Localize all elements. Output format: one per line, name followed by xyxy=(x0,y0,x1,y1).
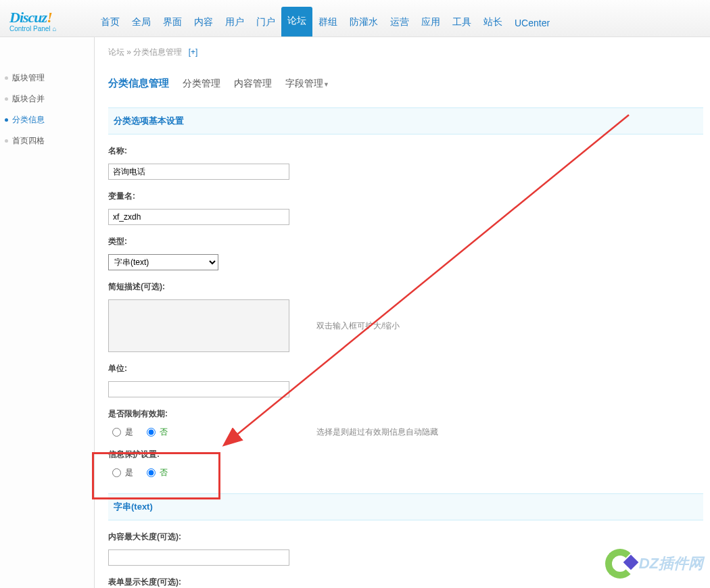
sidebar-item-forum-manage[interactable]: 版块管理 xyxy=(0,68,94,89)
home-icon: ⌂ xyxy=(52,25,56,32)
nav-interface[interactable]: 界面 xyxy=(157,9,188,36)
tab-current: 分类信息管理 xyxy=(108,77,169,90)
nav-global[interactable]: 全局 xyxy=(126,9,157,36)
radio-protect-yes[interactable]: 是 xyxy=(112,467,133,479)
nav-portal[interactable]: 门户 xyxy=(250,9,281,36)
field-protect: 信息保护设置: 是 否 xyxy=(108,449,703,479)
select-type[interactable]: 字串(text) xyxy=(108,254,218,270)
input-maxlen[interactable] xyxy=(108,549,289,566)
nav-home[interactable]: 首页 xyxy=(95,9,126,36)
label-type: 类型: xyxy=(108,236,703,247)
caret-down-icon: ▼ xyxy=(323,81,329,88)
nav-founder[interactable]: 站长 xyxy=(477,9,508,36)
nav-group[interactable]: 群组 xyxy=(312,9,344,36)
nav-app[interactable]: 应用 xyxy=(415,9,446,36)
top-nav: 首页 全局 界面 内容 用户 门户 论坛 群组 防灌水 运营 应用 工具 站长 … xyxy=(95,0,556,36)
input-unit[interactable] xyxy=(108,381,289,397)
field-varname: 变量名: xyxy=(108,191,703,225)
textarea-desc[interactable] xyxy=(108,299,289,352)
main-area: 论坛 » 分类信息管理 [+] 分类信息管理 分类管理 内容管理 字段管理▼ 分… xyxy=(95,37,710,588)
watermark-text: DZ插件网 xyxy=(639,554,703,574)
section-text-type: 字串(text) xyxy=(108,493,703,520)
sidebar-item-category-info[interactable]: 分类信息 xyxy=(0,109,94,130)
label-varname: 变量名: xyxy=(108,191,703,202)
tab-field-manage[interactable]: 字段管理▼ xyxy=(285,78,329,90)
tab-category-manage[interactable]: 分类管理 xyxy=(183,78,220,90)
field-expire: 是否限制有效期: 是 否 选择是则超过有效期信息自动隐藏 xyxy=(108,408,703,438)
nav-tools[interactable]: 工具 xyxy=(446,9,477,36)
radio-expire-no[interactable]: 否 xyxy=(147,426,168,438)
breadcrumb-plus[interactable]: [+] xyxy=(189,47,198,57)
section-basic-settings: 分类选项基本设置 xyxy=(108,107,703,134)
sidebar-item-home-grid[interactable]: 首页四格 xyxy=(0,130,94,151)
nav-antispam[interactable]: 防灌水 xyxy=(344,9,384,36)
nav-user[interactable]: 用户 xyxy=(219,9,250,36)
tab-bar: 分类信息管理 分类管理 内容管理 字段管理▼ xyxy=(108,68,703,101)
input-varname[interactable] xyxy=(108,209,289,225)
field-desc: 简短描述(可选): 双击输入框可扩大/缩小 xyxy=(108,281,703,352)
logo-sub: Control Panel ⌂ xyxy=(9,25,95,32)
breadcrumb: 论坛 » 分类信息管理 [+] xyxy=(95,37,710,68)
logo[interactable]: Discuz! Control Panel ⌂ xyxy=(0,5,95,36)
top-header: Discuz! Control Panel ⌂ 首页 全局 界面 内容 用户 门… xyxy=(0,0,710,37)
nav-ucenter[interactable]: UCenter xyxy=(508,11,556,36)
hint-desc: 双击输入框可扩大/缩小 xyxy=(316,320,400,332)
input-name[interactable] xyxy=(108,164,289,180)
radio-protect-no[interactable]: 否 xyxy=(147,467,168,479)
watermark: DZ插件网 xyxy=(605,549,703,579)
nav-forum[interactable]: 论坛 xyxy=(281,7,312,36)
watermark-icon xyxy=(605,549,635,579)
label-unit: 单位: xyxy=(108,363,703,374)
sidebar-item-forum-merge[interactable]: 版块合并 xyxy=(0,89,94,109)
nav-content[interactable]: 内容 xyxy=(188,9,219,36)
breadcrumb-sep: » xyxy=(126,47,131,57)
label-expire: 是否限制有效期: xyxy=(108,408,703,420)
label-maxlen: 内容最大长度(可选): xyxy=(108,531,703,543)
tab-content-manage[interactable]: 内容管理 xyxy=(234,78,272,90)
label-protect: 信息保护设置: xyxy=(108,449,703,460)
hint-expire: 选择是则超过有效期信息自动隐藏 xyxy=(316,426,438,438)
radio-expire-yes[interactable]: 是 xyxy=(112,426,133,438)
nav-operate[interactable]: 运营 xyxy=(384,9,415,36)
field-unit: 单位: xyxy=(108,363,703,397)
label-desc: 简短描述(可选): xyxy=(108,281,703,293)
logo-main: Discuz! xyxy=(9,9,95,26)
sidebar: 版块管理 版块合并 分类信息 首页四格 xyxy=(0,37,95,588)
breadcrumb-current: 分类信息管理 xyxy=(133,47,182,57)
field-type: 类型: 字串(text) xyxy=(108,236,703,270)
label-name: 名称: xyxy=(108,145,703,157)
field-name: 名称: xyxy=(108,145,703,180)
breadcrumb-root: 论坛 xyxy=(108,47,124,57)
